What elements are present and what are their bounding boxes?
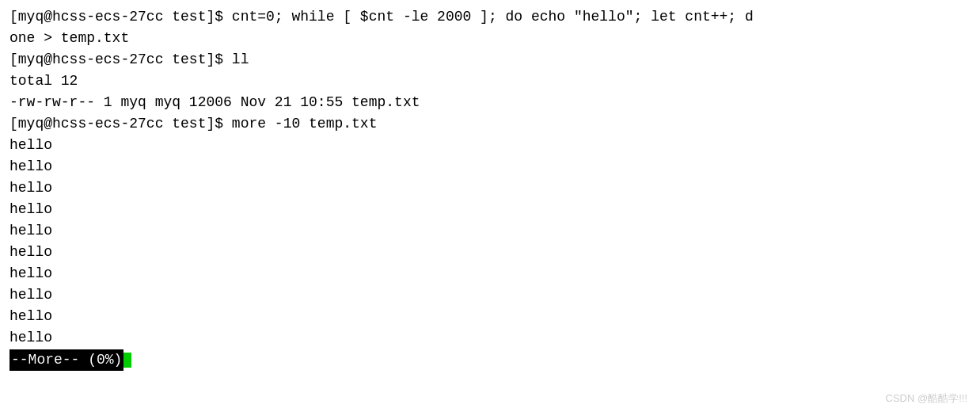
terminal-line-8: hello	[9, 156, 971, 177]
terminal-line-14: hello	[9, 284, 971, 306]
terminal-line-6: [myq@hcss-ecs-27cc test]$ more -10 temp.…	[9, 113, 971, 135]
more-prompt-line: --More-- (0%)	[9, 349, 971, 371]
terminal-line-13: hello	[9, 263, 971, 284]
terminal-line-12: hello	[9, 242, 971, 263]
terminal-line-5: -rw-rw-r-- 1 myq myq 12006 Nov 21 10:55 …	[9, 92, 971, 113]
terminal-line-10: hello	[9, 199, 971, 220]
more-prompt-text: --More-- (0%)	[9, 349, 123, 371]
terminal-window: [myq@hcss-ecs-27cc test]$ cnt=0; while […	[0, 0, 980, 412]
terminal-line-2: one > temp.txt	[9, 28, 971, 49]
terminal-line-1: [myq@hcss-ecs-27cc test]$ cnt=0; while […	[9, 6, 971, 28]
terminal-line-15: hello	[9, 306, 971, 327]
watermark: CSDN @酷酷学!!!	[886, 391, 967, 406]
terminal-line-16: hello	[9, 327, 971, 349]
terminal-line-9: hello	[9, 177, 971, 199]
terminal-line-11: hello	[9, 220, 971, 242]
terminal-line-7: hello	[9, 135, 971, 156]
cursor-block	[123, 353, 131, 368]
terminal-line-3: [myq@hcss-ecs-27cc test]$ ll	[9, 49, 971, 71]
terminal-line-4: total 12	[9, 71, 971, 92]
